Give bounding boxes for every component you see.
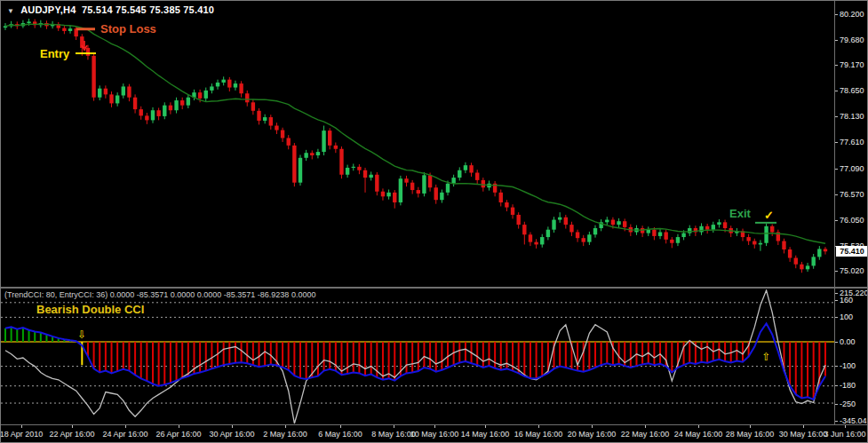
cci-axis-label: -345.0413 [840, 416, 868, 425]
price-tick [835, 91, 838, 91]
mt4-chart-window: ✓ ⇩⇧ ▼AUDJPY,H4 75.514 75.545 75.385 75.… [0, 0, 868, 443]
time-tick [232, 425, 233, 428]
cci-axis-tick [835, 366, 838, 367]
cci-axis-tick [835, 317, 838, 318]
cci-axis-label: -100 [840, 361, 856, 370]
stop-loss-label: Stop Loss [100, 22, 156, 36]
time-tick [485, 425, 486, 428]
panel-separator[interactable] [1, 287, 868, 289]
price-axis-label: 76.050 [840, 216, 864, 225]
time-axis-label: 30 May 16:00 [779, 430, 828, 439]
indicator-value-axis[interactable]: 215.22021601000.00-100-180-250-345.0413 [835, 289, 868, 424]
symbol-timeframe-label: AUDJPY,H4 [20, 4, 76, 15]
time-tick [750, 425, 751, 428]
time-tick [285, 425, 286, 428]
time-axis-label: 22 Apr 16:00 [49, 430, 94, 439]
price-tick [835, 142, 838, 143]
price-tick [835, 65, 838, 66]
time-axis-label: 14 May 16:00 [461, 430, 510, 439]
ma-line [5, 24, 825, 243]
time-tick [645, 425, 646, 428]
time-tick [340, 425, 341, 428]
price-chart-canvas: ✓ [1, 1, 834, 287]
time-tick [125, 425, 126, 428]
time-tick [538, 425, 539, 428]
time-axis-label: 18 Apr 2010 [0, 430, 43, 439]
price-axis-label: 75.020 [840, 266, 864, 275]
time-tick [394, 425, 394, 428]
price-axis-label: 78.130 [840, 112, 864, 121]
cci-axis-label: -250 [840, 399, 856, 408]
time-axis-label: 8 May 16:00 [371, 430, 416, 439]
time-tick [179, 425, 179, 428]
price-tick [835, 220, 838, 221]
chart-title: ▼AUDJPY,H4 75.514 75.545 75.385 75.410 [7, 4, 214, 15]
price-tick [835, 194, 838, 195]
price-tick [835, 116, 838, 117]
time-tick [592, 425, 593, 428]
cci-axis-label: 100 [840, 312, 853, 321]
price-axis-label: 80.200 [840, 10, 864, 19]
time-axis-label: 24 Apr 16:00 [102, 430, 147, 439]
entry-label: Entry [40, 47, 69, 60]
cci-axis-tick [835, 404, 838, 405]
time-axis-label: 10 May 16:00 [410, 430, 459, 439]
time-tick [21, 425, 22, 428]
price-axis-label: 76.570 [840, 190, 864, 199]
cci-axis-tick [835, 385, 838, 386]
indicator-header-label: (TrendCCI: 80, EntryCCI: 36) 0.0000 -85.… [4, 290, 315, 299]
price-axis[interactable]: 80.20079.68079.17078.65078.13077.61077.0… [835, 1, 868, 287]
time-tick [698, 425, 699, 428]
price-axis-label: 77.610 [840, 138, 864, 146]
main-price-chart[interactable]: ✓ [1, 1, 834, 290]
cci-axis-label: 160 [840, 296, 853, 305]
cci-axis-tick [835, 300, 838, 301]
price-tick [835, 14, 838, 15]
cci-axis-label: -180 [840, 381, 856, 390]
time-tick [845, 425, 846, 428]
price-axis-label: 78.650 [840, 86, 864, 95]
time-tick [434, 425, 435, 428]
price-axis-label: 79.170 [840, 60, 864, 69]
price-axis-label: 79.680 [840, 36, 864, 44]
time-axis[interactable]: 18 Apr 201022 Apr 16:0024 Apr 16:0026 Ap… [1, 425, 868, 443]
time-axis-label: 20 May 16:00 [568, 430, 617, 439]
time-axis-label: 28 May 16:00 [726, 430, 775, 439]
cci-exit-signal-arrow-icon: ⇧ [762, 351, 771, 363]
time-axis-label: 6 May 16:00 [318, 430, 362, 439]
time-axis-label: 3 Jun 16:00 [824, 430, 865, 439]
current-price-tag: 75.410 [836, 246, 868, 257]
time-axis-label: 26 Apr 16:00 [155, 430, 201, 439]
time-axis-label: 30 Apr 16:00 [209, 430, 254, 439]
time-tick [803, 425, 804, 428]
cci-axis-tick [835, 342, 838, 343]
price-tick [835, 169, 838, 170]
indicator-name-label: Bearish Double CCI [36, 303, 144, 316]
ohlc-quote-label: 75.514 75.545 75.385 75.410 [82, 4, 214, 15]
price-tick [835, 271, 838, 272]
price-tick [835, 40, 838, 41]
cci-axis-tick [835, 421, 838, 422]
exit-check-icon: ✓ [764, 209, 774, 222]
time-axis-label: 16 May 16:00 [514, 430, 563, 439]
chart-dropdown-icon[interactable]: ▼ [7, 7, 14, 15]
cci-axis-label: 0.00 [840, 337, 856, 346]
exit-label: Exit [729, 207, 751, 220]
cci-axis-tick [835, 293, 838, 294]
time-tick [72, 425, 73, 428]
price-axis-label: 77.090 [840, 164, 864, 173]
candlestick-series [4, 19, 827, 273]
cci-sell-signal-arrow-icon: ⇩ [77, 328, 86, 341]
time-axis-label: 24 May 16:00 [674, 430, 723, 439]
time-axis-label: 22 May 16:00 [621, 430, 670, 439]
time-axis-label: 2 May 16:00 [263, 430, 307, 439]
